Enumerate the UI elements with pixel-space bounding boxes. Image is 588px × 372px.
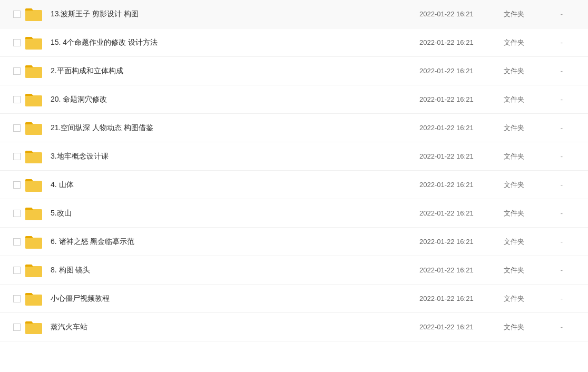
table-row[interactable]: 3.地牢概念设计课 2022-01-22 16:21 文件夹 - bbox=[0, 142, 588, 171]
file-size: - bbox=[546, 95, 577, 103]
row-checkbox[interactable] bbox=[13, 210, 21, 217]
file-name[interactable]: 蒸汽火车站 bbox=[51, 322, 419, 332]
folder-icon-cell bbox=[23, 7, 44, 21]
file-date: 2022-01-22 16:21 bbox=[419, 323, 504, 331]
file-type: 文件夹 bbox=[504, 66, 546, 76]
file-type: 文件夹 bbox=[504, 209, 546, 218]
file-name[interactable]: 8. 构图 镜头 bbox=[51, 266, 419, 275]
folder-icon bbox=[25, 7, 42, 21]
folder-icon-cell bbox=[23, 263, 44, 277]
table-row[interactable]: 蒸汽火车站 2022-01-22 16:21 文件夹 - bbox=[0, 313, 588, 341]
file-type: 文件夹 bbox=[504, 152, 546, 161]
file-size: - bbox=[546, 10, 577, 18]
file-size: - bbox=[546, 67, 577, 75]
file-size: - bbox=[546, 238, 577, 246]
row-checkbox[interactable] bbox=[13, 67, 21, 75]
row-checkbox[interactable] bbox=[13, 96, 21, 103]
row-checkbox[interactable] bbox=[13, 267, 21, 274]
file-date: 2022-01-22 16:21 bbox=[419, 10, 504, 18]
file-size: - bbox=[546, 295, 577, 302]
file-date: 2022-01-22 16:21 bbox=[419, 152, 504, 160]
checkbox-cell bbox=[11, 153, 23, 160]
folder-icon bbox=[25, 263, 42, 277]
table-row[interactable]: 2.平面构成和立体构成 2022-01-22 16:21 文件夹 - bbox=[0, 57, 588, 85]
file-name[interactable]: 20. 命题洞穴修改 bbox=[51, 95, 419, 104]
folder-icon-cell bbox=[23, 292, 44, 306]
folder-icon bbox=[25, 207, 42, 220]
file-size: - bbox=[546, 181, 577, 189]
checkbox-cell bbox=[11, 67, 23, 75]
folder-icon bbox=[25, 178, 42, 192]
table-row[interactable]: 小心僵尸视频教程 2022-01-22 16:21 文件夹 - bbox=[0, 285, 588, 313]
folder-icon bbox=[25, 36, 42, 50]
file-size: - bbox=[546, 323, 577, 331]
file-name[interactable]: 15. 4个命题作业的修改 设计方法 bbox=[51, 38, 419, 47]
checkbox-cell bbox=[11, 39, 23, 46]
file-name[interactable]: 21.空间纵深 人物动态 构图借鉴 bbox=[51, 123, 419, 133]
folder-icon bbox=[25, 235, 42, 249]
row-checkbox[interactable] bbox=[13, 11, 21, 18]
folder-icon-cell bbox=[23, 207, 44, 220]
table-row[interactable]: 20. 命题洞穴修改 2022-01-22 16:21 文件夹 - bbox=[0, 85, 588, 114]
file-type: 文件夹 bbox=[504, 237, 546, 247]
file-type: 文件夹 bbox=[504, 95, 546, 104]
folder-icon bbox=[25, 121, 42, 135]
row-checkbox[interactable] bbox=[13, 324, 21, 331]
file-name[interactable]: 5.改山 bbox=[51, 209, 419, 218]
file-date: 2022-01-22 16:21 bbox=[419, 238, 504, 246]
file-name[interactable]: 3.地牢概念设计课 bbox=[51, 152, 419, 161]
folder-icon-cell bbox=[23, 36, 44, 50]
table-row[interactable]: 6. 诸神之怒 黑金临摹示范 2022-01-22 16:21 文件夹 - bbox=[0, 228, 588, 256]
folder-icon bbox=[25, 292, 42, 306]
file-date: 2022-01-22 16:21 bbox=[419, 38, 504, 46]
file-type: 文件夹 bbox=[504, 180, 546, 190]
file-type: 文件夹 bbox=[504, 322, 546, 332]
file-date: 2022-01-22 16:21 bbox=[419, 295, 504, 302]
folder-icon-cell bbox=[23, 235, 44, 249]
row-checkbox[interactable] bbox=[13, 39, 21, 46]
checkbox-cell bbox=[11, 11, 23, 18]
row-checkbox[interactable] bbox=[13, 124, 21, 132]
table-row[interactable]: 8. 构图 镜头 2022-01-22 16:21 文件夹 - bbox=[0, 256, 588, 285]
table-row[interactable]: 5.改山 2022-01-22 16:21 文件夹 - bbox=[0, 199, 588, 228]
file-size: - bbox=[546, 266, 577, 274]
checkbox-cell bbox=[11, 267, 23, 274]
table-row[interactable]: 4. 山体 2022-01-22 16:21 文件夹 - bbox=[0, 171, 588, 199]
file-name[interactable]: 6. 诸神之怒 黑金临摹示范 bbox=[51, 237, 419, 247]
folder-icon-cell bbox=[23, 150, 44, 163]
file-name[interactable]: 4. 山体 bbox=[51, 180, 419, 190]
file-name[interactable]: 2.平面构成和立体构成 bbox=[51, 66, 419, 76]
file-date: 2022-01-22 16:21 bbox=[419, 266, 504, 274]
file-size: - bbox=[546, 38, 577, 46]
folder-icon bbox=[25, 320, 42, 334]
file-list: 13.波斯王子 剪影设计 构图 2022-01-22 16:21 文件夹 - 1… bbox=[0, 0, 588, 372]
folder-icon-cell bbox=[23, 320, 44, 334]
file-size: - bbox=[546, 124, 577, 132]
checkbox-cell bbox=[11, 238, 23, 246]
checkbox-cell bbox=[11, 96, 23, 103]
folder-icon bbox=[25, 64, 42, 78]
file-size: - bbox=[546, 152, 577, 160]
folder-icon-cell bbox=[23, 121, 44, 135]
folder-icon bbox=[25, 93, 42, 106]
row-checkbox[interactable] bbox=[13, 153, 21, 160]
table-row[interactable]: 21.空间纵深 人物动态 构图借鉴 2022-01-22 16:21 文件夹 - bbox=[0, 114, 588, 142]
checkbox-cell bbox=[11, 210, 23, 217]
row-checkbox[interactable] bbox=[13, 181, 21, 189]
file-name[interactable]: 小心僵尸视频教程 bbox=[51, 294, 419, 304]
folder-icon-cell bbox=[23, 64, 44, 78]
file-date: 2022-01-22 16:21 bbox=[419, 67, 504, 75]
row-checkbox[interactable] bbox=[13, 238, 21, 246]
table-row[interactable]: 13.波斯王子 剪影设计 构图 2022-01-22 16:21 文件夹 - bbox=[0, 0, 588, 28]
row-checkbox[interactable] bbox=[13, 295, 21, 302]
checkbox-cell bbox=[11, 181, 23, 189]
file-type: 文件夹 bbox=[504, 294, 546, 304]
file-name[interactable]: 13.波斯王子 剪影设计 构图 bbox=[51, 9, 419, 19]
file-size: - bbox=[546, 209, 577, 217]
table-row[interactable]: 15. 4个命题作业的修改 设计方法 2022-01-22 16:21 文件夹 … bbox=[0, 28, 588, 57]
checkbox-cell bbox=[11, 295, 23, 302]
file-type: 文件夹 bbox=[504, 123, 546, 133]
folder-icon bbox=[25, 150, 42, 163]
file-date: 2022-01-22 16:21 bbox=[419, 95, 504, 103]
checkbox-cell bbox=[11, 124, 23, 132]
